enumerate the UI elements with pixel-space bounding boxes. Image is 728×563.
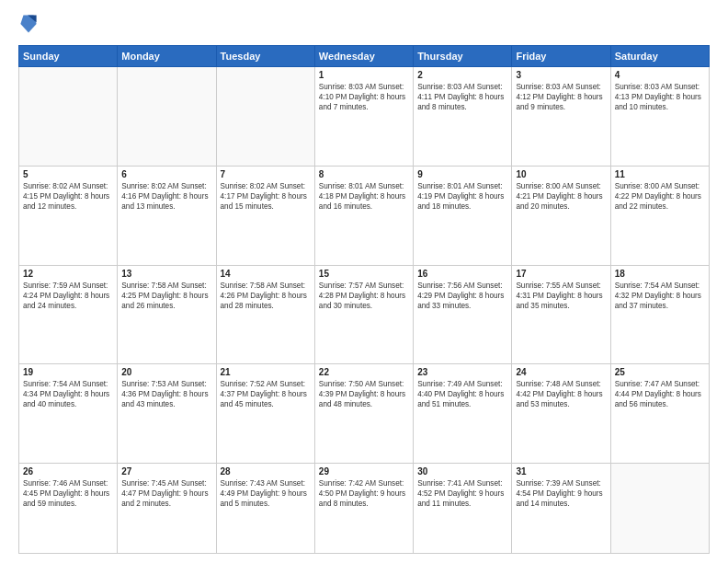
day-number: 22 [319,367,409,377]
calendar-cell: 14Sunrise: 7:58 AM Sunset: 4:26 PM Dayli… [216,265,314,364]
cell-content: Sunrise: 8:02 AM Sunset: 4:17 PM Dayligh… [221,181,311,212]
calendar-cell: 5Sunrise: 8:02 AM Sunset: 4:15 PM Daylig… [19,166,118,265]
day-header-thursday: Thursday [414,46,512,67]
day-number: 26 [23,466,113,477]
day-number: 5 [23,169,113,179]
cell-content: Sunrise: 8:03 AM Sunset: 4:10 PM Dayligh… [319,82,409,112]
calendar-cell: 9Sunrise: 8:01 AM Sunset: 4:19 PM Daylig… [414,166,512,265]
day-number: 12 [23,269,113,279]
cell-content: Sunrise: 7:54 AM Sunset: 4:32 PM Dayligh… [615,281,705,311]
day-number: 3 [516,70,606,80]
day-number: 14 [221,269,311,279]
calendar-cell: 6Sunrise: 8:02 AM Sunset: 4:16 PM Daylig… [118,166,216,265]
header [18,14,710,38]
day-header-wednesday: Wednesday [314,46,413,67]
day-number: 4 [615,70,705,80]
day-number: 6 [121,169,211,179]
calendar-cell: 29Sunrise: 7:42 AM Sunset: 4:50 PM Dayli… [314,464,413,554]
day-number: 9 [417,169,507,179]
calendar-cell: 28Sunrise: 7:43 AM Sunset: 4:49 PM Dayli… [216,464,314,554]
cell-content: Sunrise: 8:02 AM Sunset: 4:16 PM Dayligh… [121,181,211,212]
calendar-cell: 7Sunrise: 8:02 AM Sunset: 4:17 PM Daylig… [216,166,314,265]
cell-content: Sunrise: 7:52 AM Sunset: 4:37 PM Dayligh… [221,379,311,409]
day-header-monday: Monday [118,46,216,67]
day-header-sunday: Sunday [19,46,118,67]
day-number: 8 [319,169,409,179]
day-number: 7 [221,169,311,179]
calendar-cell [118,67,216,167]
cell-content: Sunrise: 8:02 AM Sunset: 4:15 PM Dayligh… [23,181,113,212]
day-number: 23 [417,367,507,377]
calendar-cell: 27Sunrise: 7:45 AM Sunset: 4:47 PM Dayli… [118,464,216,554]
calendar-cell: 20Sunrise: 7:53 AM Sunset: 4:36 PM Dayli… [118,364,216,464]
cell-content: Sunrise: 7:54 AM Sunset: 4:34 PM Dayligh… [23,379,113,409]
logo [18,14,37,38]
day-number: 17 [516,269,606,279]
day-number: 18 [615,269,705,279]
day-number: 30 [417,466,507,477]
calendar-cell: 21Sunrise: 7:52 AM Sunset: 4:37 PM Dayli… [216,364,314,464]
cell-content: Sunrise: 7:58 AM Sunset: 4:25 PM Dayligh… [121,281,211,311]
day-number: 2 [417,70,507,80]
calendar-cell: 31Sunrise: 7:39 AM Sunset: 4:54 PM Dayli… [512,464,610,554]
day-number: 29 [319,466,409,477]
calendar-cell: 10Sunrise: 8:00 AM Sunset: 4:21 PM Dayli… [512,166,610,265]
page: SundayMondayTuesdayWednesdayThursdayFrid… [0,0,728,563]
cell-content: Sunrise: 7:47 AM Sunset: 4:44 PM Dayligh… [615,379,705,409]
cell-content: Sunrise: 7:43 AM Sunset: 4:49 PM Dayligh… [221,478,311,509]
cell-content: Sunrise: 7:59 AM Sunset: 4:24 PM Dayligh… [23,281,113,311]
cell-content: Sunrise: 8:00 AM Sunset: 4:22 PM Dayligh… [615,181,705,212]
calendar-cell: 2Sunrise: 8:03 AM Sunset: 4:11 PM Daylig… [414,67,512,167]
calendar-cell: 23Sunrise: 7:49 AM Sunset: 4:40 PM Dayli… [414,364,512,464]
calendar-cell: 11Sunrise: 8:00 AM Sunset: 4:22 PM Dayli… [610,166,709,265]
day-number: 27 [121,466,211,477]
cell-content: Sunrise: 7:57 AM Sunset: 4:28 PM Dayligh… [319,281,409,311]
day-header-friday: Friday [512,46,610,67]
cell-content: Sunrise: 8:03 AM Sunset: 4:11 PM Dayligh… [417,82,507,112]
calendar-cell: 30Sunrise: 7:41 AM Sunset: 4:52 PM Dayli… [414,464,512,554]
cell-content: Sunrise: 8:03 AM Sunset: 4:13 PM Dayligh… [615,82,705,112]
cell-content: Sunrise: 7:39 AM Sunset: 4:54 PM Dayligh… [516,478,606,509]
day-number: 20 [121,367,211,377]
day-number: 15 [319,269,409,279]
cell-content: Sunrise: 7:56 AM Sunset: 4:29 PM Dayligh… [417,281,507,311]
cell-content: Sunrise: 7:49 AM Sunset: 4:40 PM Dayligh… [417,379,507,409]
day-number: 16 [417,269,507,279]
calendar-cell [19,67,118,167]
day-number: 11 [615,169,705,179]
calendar: SundayMondayTuesdayWednesdayThursdayFrid… [18,45,710,554]
day-header-saturday: Saturday [610,46,709,67]
cell-content: Sunrise: 7:55 AM Sunset: 4:31 PM Dayligh… [516,281,606,311]
cell-content: Sunrise: 8:01 AM Sunset: 4:18 PM Dayligh… [319,181,409,212]
calendar-cell: 1Sunrise: 8:03 AM Sunset: 4:10 PM Daylig… [314,67,413,167]
calendar-cell: 26Sunrise: 7:46 AM Sunset: 4:45 PM Dayli… [19,464,118,554]
day-header-tuesday: Tuesday [216,46,314,67]
calendar-cell: 4Sunrise: 8:03 AM Sunset: 4:13 PM Daylig… [610,67,709,167]
calendar-cell: 25Sunrise: 7:47 AM Sunset: 4:44 PM Dayli… [610,364,709,464]
cell-content: Sunrise: 8:03 AM Sunset: 4:12 PM Dayligh… [516,82,606,112]
calendar-cell: 24Sunrise: 7:48 AM Sunset: 4:42 PM Dayli… [512,364,610,464]
cell-content: Sunrise: 7:58 AM Sunset: 4:26 PM Dayligh… [221,281,311,311]
cell-content: Sunrise: 8:01 AM Sunset: 4:19 PM Dayligh… [417,181,507,212]
cell-content: Sunrise: 7:50 AM Sunset: 4:39 PM Dayligh… [319,379,409,409]
day-number: 31 [516,466,606,477]
calendar-cell: 19Sunrise: 7:54 AM Sunset: 4:34 PM Dayli… [19,364,118,464]
day-number: 25 [615,367,705,377]
cell-content: Sunrise: 7:45 AM Sunset: 4:47 PM Dayligh… [121,478,211,509]
calendar-cell: 18Sunrise: 7:54 AM Sunset: 4:32 PM Dayli… [610,265,709,364]
calendar-cell: 22Sunrise: 7:50 AM Sunset: 4:39 PM Dayli… [314,364,413,464]
day-number: 10 [516,169,606,179]
day-number: 19 [23,367,113,377]
day-number: 21 [221,367,311,377]
cell-content: Sunrise: 7:53 AM Sunset: 4:36 PM Dayligh… [121,379,211,409]
calendar-cell: 8Sunrise: 8:01 AM Sunset: 4:18 PM Daylig… [314,166,413,265]
day-number: 1 [319,70,409,80]
cell-content: Sunrise: 7:41 AM Sunset: 4:52 PM Dayligh… [417,478,507,509]
calendar-cell: 16Sunrise: 7:56 AM Sunset: 4:29 PM Dayli… [414,265,512,364]
cell-content: Sunrise: 7:46 AM Sunset: 4:45 PM Dayligh… [23,478,113,509]
cell-content: Sunrise: 7:48 AM Sunset: 4:42 PM Dayligh… [516,379,606,409]
logo-icon [20,14,37,34]
day-number: 28 [221,466,311,477]
calendar-cell: 15Sunrise: 7:57 AM Sunset: 4:28 PM Dayli… [314,265,413,364]
calendar-cell: 3Sunrise: 8:03 AM Sunset: 4:12 PM Daylig… [512,67,610,167]
